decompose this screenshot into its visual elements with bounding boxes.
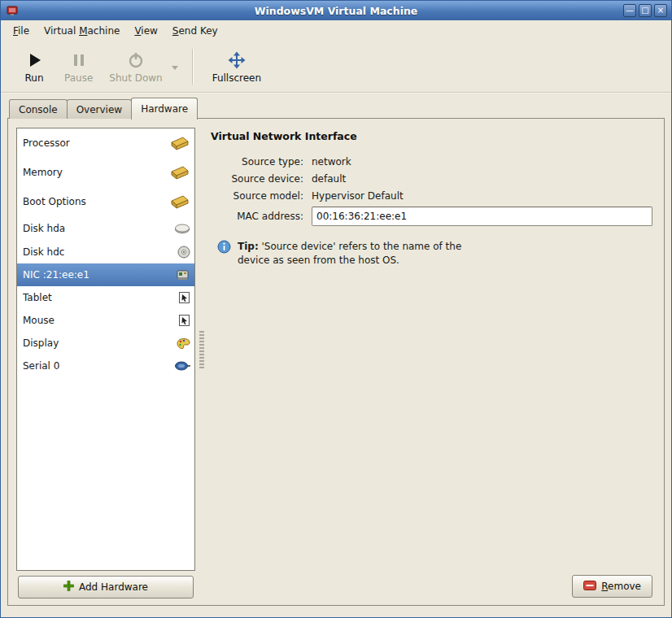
run-icon bbox=[25, 50, 43, 71]
hardware-row-memory[interactable]: Memory bbox=[17, 158, 194, 187]
close-button[interactable]: × bbox=[654, 4, 667, 17]
source-device-value: default bbox=[312, 173, 652, 185]
hardware-tab-panel: Processor Memory Boot Options Disk hda bbox=[7, 118, 665, 606]
shutdown-icon bbox=[127, 50, 145, 71]
hardware-row-display[interactable]: Display bbox=[17, 332, 194, 355]
add-icon bbox=[63, 581, 74, 594]
menu-item-file[interactable]: File bbox=[6, 22, 37, 40]
tip-row: Tip: 'Source device' refers to the name … bbox=[217, 240, 652, 267]
menu-item-send-key[interactable]: Send Key bbox=[165, 22, 225, 40]
source-type-value: network bbox=[312, 156, 652, 168]
hardware-row-tablet[interactable]: Tablet bbox=[17, 286, 194, 309]
hardware-row-disk-hdc[interactable]: Disk hdc bbox=[17, 241, 194, 263]
toolbar-separator bbox=[192, 49, 193, 85]
mac-address-input[interactable] bbox=[312, 207, 652, 226]
tab-hardware[interactable]: Hardware bbox=[131, 98, 198, 120]
hardware-row-label: Tablet bbox=[23, 292, 168, 303]
input-device-icon bbox=[168, 291, 190, 304]
maximize-button[interactable]: □ bbox=[639, 4, 652, 17]
hardware-row-label: Disk hdc bbox=[23, 246, 168, 258]
source-device-row: Source device: default bbox=[211, 170, 652, 187]
hardware-list: Processor Memory Boot Options Disk hda bbox=[16, 128, 195, 571]
source-device-label: Source device: bbox=[211, 173, 303, 185]
serial-port-icon bbox=[168, 361, 190, 371]
source-type-label: Source type: bbox=[211, 156, 303, 168]
details-panel: Virtual Network Interface Source type: n… bbox=[211, 130, 652, 267]
shutdown-button-group: Shut Down bbox=[101, 46, 183, 88]
run-button[interactable]: Run bbox=[12, 46, 56, 88]
menu-item-virtual-machine[interactable]: Virtual Machine bbox=[37, 22, 127, 40]
virtual-machine-window: WindowsVM Virtual Machine — □ × File Vir… bbox=[0, 0, 672, 618]
remove-label: Remove bbox=[601, 581, 641, 592]
pause-icon bbox=[70, 50, 88, 71]
hardware-row-label: Disk hda bbox=[23, 223, 168, 234]
hardware-row-processor[interactable]: Processor bbox=[17, 128, 194, 158]
source-model-row: Source model: Hypervisor Default bbox=[211, 187, 652, 204]
cdrom-disc-icon bbox=[168, 246, 190, 259]
window-title: WindowsVM Virtual Machine bbox=[1, 5, 671, 17]
hardware-row-mouse[interactable]: Mouse bbox=[17, 309, 194, 332]
remove-button[interactable]: Remove bbox=[572, 575, 652, 598]
info-icon bbox=[217, 240, 231, 256]
hardware-row-label: Serial 0 bbox=[23, 360, 168, 372]
add-hardware-button[interactable]: Add Hardware bbox=[18, 576, 194, 598]
shutdown-menu-button[interactable] bbox=[171, 46, 184, 88]
memory-chip-icon bbox=[168, 194, 190, 210]
hard-disk-icon bbox=[168, 223, 190, 234]
menu-item-view[interactable]: View bbox=[127, 22, 164, 40]
shutdown-button[interactable]: Shut Down bbox=[101, 46, 170, 88]
minimize-button[interactable]: — bbox=[623, 4, 636, 17]
close-icon: × bbox=[657, 7, 664, 15]
fullscreen-icon bbox=[227, 50, 247, 71]
mac-address-row: MAC address: bbox=[211, 207, 652, 226]
toolbar: Run Pause Shut Down bbox=[1, 41, 671, 93]
paned-resize-handle[interactable] bbox=[199, 128, 206, 571]
window-icon bbox=[7, 5, 18, 16]
source-model-label: Source model: bbox=[211, 190, 303, 202]
mac-address-label: MAC address: bbox=[211, 211, 303, 222]
fullscreen-button[interactable]: Fullscreen bbox=[204, 46, 269, 88]
pause-button[interactable]: Pause bbox=[56, 46, 101, 88]
source-model-value: Hypervisor Default bbox=[312, 190, 652, 202]
display-palette-icon bbox=[168, 337, 190, 350]
tab-overview[interactable]: Overview bbox=[67, 99, 133, 119]
tab-bar: Console Overview Hardware bbox=[9, 98, 197, 119]
hardware-row-label: Processor bbox=[23, 137, 168, 149]
hardware-row-disk-hda[interactable]: Disk hda bbox=[17, 216, 194, 241]
tip-text: Tip: 'Source device' refers to the name … bbox=[238, 240, 478, 267]
minimize-icon: — bbox=[626, 7, 634, 15]
maximize-icon: □ bbox=[641, 7, 648, 15]
hardware-row-label: Display bbox=[23, 337, 168, 349]
memory-chip-icon bbox=[168, 135, 190, 151]
input-device-icon bbox=[168, 314, 190, 327]
menubar: File Virtual Machine View Send Key bbox=[1, 20, 671, 41]
details-heading: Virtual Network Interface bbox=[211, 130, 652, 142]
remove-icon bbox=[583, 581, 596, 593]
hardware-row-label: NIC :21:ee:e1 bbox=[23, 269, 168, 281]
hardware-row-serial[interactable]: Serial 0 bbox=[17, 355, 194, 377]
add-hardware-label: Add Hardware bbox=[79, 581, 148, 593]
tab-console[interactable]: Console bbox=[9, 99, 68, 119]
source-type-row: Source type: network bbox=[211, 153, 652, 170]
chevron-down-icon bbox=[172, 66, 178, 70]
network-card-icon bbox=[168, 268, 190, 281]
tip-bold: Tip: bbox=[238, 241, 259, 252]
window-controls: — □ × bbox=[623, 4, 667, 17]
hardware-row-label: Boot Options bbox=[23, 196, 168, 207]
hardware-row-label: Memory bbox=[23, 167, 168, 178]
titlebar[interactable]: WindowsVM Virtual Machine — □ × bbox=[1, 1, 671, 20]
hardware-row-nic[interactable]: NIC :21:ee:e1 bbox=[17, 263, 194, 286]
memory-chip-icon bbox=[168, 164, 190, 181]
hardware-row-label: Mouse bbox=[23, 315, 168, 326]
hardware-row-boot-options[interactable]: Boot Options bbox=[17, 187, 194, 216]
